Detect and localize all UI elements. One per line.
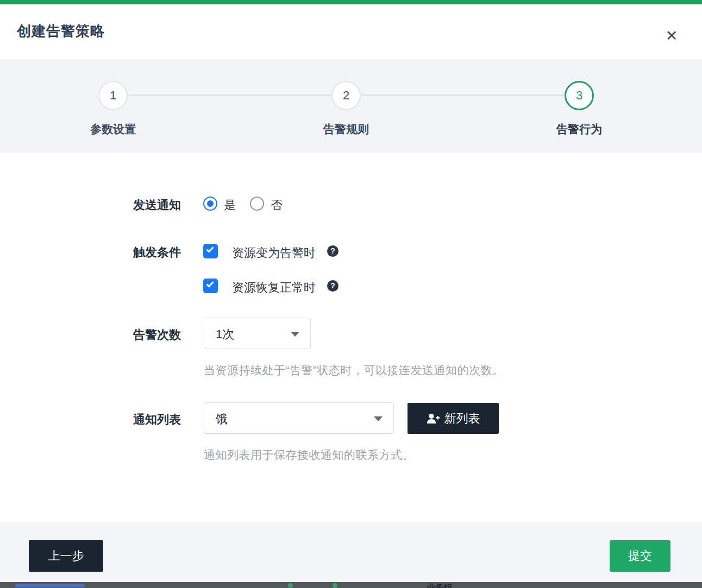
- radio-yes[interactable]: [203, 197, 217, 211]
- checkbox-resource-alert-label[interactable]: 资源变为告警时: [232, 245, 316, 261]
- submit-button[interactable]: 提交: [610, 540, 670, 572]
- wizard-stepper: 1 2 3 参数设置 告警规则 告警行为: [0, 60, 702, 153]
- trigger-condition-label: 触发条件: [18, 244, 181, 261]
- alert-count-label: 告警次数: [18, 327, 181, 343]
- modal-header: 创建告警策略 ✕: [0, 4, 702, 60]
- radio-no[interactable]: [250, 197, 264, 211]
- previous-step-button[interactable]: 上一步: [29, 540, 103, 572]
- close-icon[interactable]: ✕: [661, 25, 682, 47]
- notification-list-value: 饿: [216, 411, 228, 427]
- modal-title: 创建告警策略: [17, 22, 105, 41]
- page-top-accent-bar: [0, 0, 702, 4]
- chevron-down-icon: [374, 416, 383, 421]
- modal-footer: [0, 522, 702, 582]
- chevron-down-icon: [291, 332, 299, 337]
- background-page-strip: 业务组: [0, 582, 702, 588]
- create-alert-policy-modal: 创建告警策略 ✕ 1 2 3 参数设置 告警规则 告警行为 发送通知 是 否 触…: [0, 0, 702, 588]
- alert-count-value: 1次: [216, 326, 234, 343]
- notification-list-hint: 通知列表用于保存接收通知的联系方式。: [204, 447, 414, 463]
- notification-list-label: 通知列表: [18, 412, 181, 428]
- radio-no-label[interactable]: 否: [271, 197, 283, 213]
- step-2-circle[interactable]: 2: [331, 81, 361, 110]
- radio-dot: [207, 200, 214, 207]
- step-1-label: 参数设置: [48, 122, 178, 137]
- background-icon-fragment: [288, 583, 293, 588]
- checkbox-resource-recover-label[interactable]: 资源恢复正常时: [232, 280, 316, 296]
- alert-count-select[interactable]: 1次: [204, 318, 311, 349]
- background-logo-fragment: [15, 584, 85, 587]
- user-plus-icon: [427, 413, 440, 425]
- step-2-label: 告警规则: [281, 122, 411, 137]
- step-connector-line: [362, 94, 564, 96]
- step-3-circle-active[interactable]: 3: [565, 81, 594, 110]
- send-notification-label: 发送通知: [18, 197, 181, 213]
- new-list-button[interactable]: 新列表: [408, 403, 499, 434]
- background-partial-text: 业务组: [427, 583, 453, 588]
- notification-list-select[interactable]: 饿: [204, 402, 394, 434]
- checkbox-resource-recover[interactable]: [203, 279, 218, 293]
- background-icon-fragment: [333, 583, 337, 588]
- alert-count-hint: 当资源持续处于“告警”状态时，可以接连发送通知的次数。: [204, 363, 504, 378]
- help-icon[interactable]: ?: [327, 280, 339, 292]
- checkmark-icon: [206, 280, 214, 287]
- step-1-circle[interactable]: 1: [98, 81, 128, 110]
- checkbox-resource-alert[interactable]: [203, 244, 218, 258]
- checkmark-icon: [206, 245, 214, 252]
- new-list-button-label: 新列表: [444, 410, 480, 427]
- help-icon[interactable]: ?: [327, 245, 339, 257]
- radio-yes-label[interactable]: 是: [224, 197, 236, 213]
- step-3-label: 告警行为: [514, 122, 644, 137]
- step-connector-line: [128, 94, 331, 96]
